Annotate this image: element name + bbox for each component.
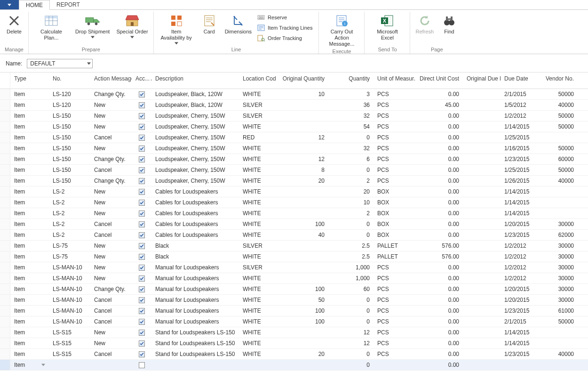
cell-uom[interactable]: PALLET [373,241,416,251]
row-gutter[interactable] [0,360,10,370]
row-gutter[interactable] [0,197,10,208]
cell-vendor-no[interactable] [539,197,578,208]
drop-shipment-button[interactable]: Drop Shipment [73,12,112,40]
cell-original-qty[interactable] [276,111,328,121]
cell-accept[interactable] [132,230,151,240]
cell-uom[interactable]: PCS [373,349,416,359]
cell-vendor-no[interactable]: 40000 [539,349,578,359]
cell-description[interactable]: Manual for Loudspeakers [151,262,239,273]
row-gutter[interactable] [0,100,10,110]
cell-no[interactable]: LS-MAN-10 [49,316,90,327]
cell-quantity[interactable]: 12 [328,338,373,348]
cell-original-due-date[interactable] [463,132,501,143]
row-gutter[interactable] [0,349,10,359]
cell-original-qty[interactable]: 8 [276,165,328,175]
checkbox[interactable] [139,210,145,217]
cell-description[interactable]: Stand for Loudspeakers LS-150 [151,327,239,338]
row-gutter[interactable] [0,284,10,294]
cell-original-due-date[interactable] [463,176,501,186]
cell-quantity[interactable]: 0 [328,349,373,359]
cell-uom[interactable]: BOX [373,186,416,197]
cell-accept[interactable] [132,316,151,327]
cell-quantity[interactable]: 60 [328,284,373,294]
cell-odate[interactable] [463,360,501,370]
row-gutter[interactable] [0,251,10,262]
cell-action-message[interactable]: New [90,186,132,197]
col-original-quantity[interactable]: Original Quantity [276,73,328,89]
checkbox[interactable] [139,189,145,195]
cell-accept[interactable] [132,132,151,143]
row-gutter[interactable] [0,165,10,175]
cell-cost[interactable]: 576.00 [416,241,463,251]
table-row[interactable]: ItemLS-2CancelCables for LoudspeakersWHI… [0,219,588,230]
cell-no[interactable]: LS-150 [49,132,90,143]
cell-original-due-date[interactable] [463,262,501,273]
cell-original-qty[interactable] [276,186,328,197]
cell-vendor-no[interactable] [539,208,578,218]
row-gutter[interactable] [0,295,10,305]
checkbox[interactable] [139,124,145,130]
cell-uom[interactable]: PCS [373,273,416,283]
cell-type[interactable]: Item [10,132,49,143]
checkbox[interactable] [139,265,145,271]
checkbox[interactable] [139,330,145,336]
table-row[interactable]: ItemLS-150Change Qty.Loudspeaker, Cherry… [0,176,588,186]
checkbox[interactable] [139,135,145,141]
row-gutter[interactable] [0,306,10,316]
cell-accept[interactable] [132,241,151,251]
cell-no[interactable]: LS-MAN-10 [49,295,90,305]
cell-due-date[interactable]: 1/20/2015 [501,219,539,229]
cell-uom[interactable]: PCS [373,89,416,99]
cell-vendor-no[interactable]: 30000 [539,251,578,262]
cell-due-date[interactable]: 2/1/2015 [501,316,539,327]
row-gutter[interactable] [0,316,10,327]
cell-cost[interactable]: 0.00 [416,273,463,283]
cell-description[interactable]: Loudspeaker, Cherry, 150W [151,143,239,154]
name-select[interactable]: DEFAULT [27,59,93,68]
cell-uom[interactable]: PALLET [373,251,416,262]
cell-oqty[interactable] [276,360,328,370]
table-row[interactable]: ItemLS-120NewLoudspeaker, Black, 120WSIL… [0,100,588,111]
col-type[interactable]: Type [10,73,49,89]
cell-vendor-no[interactable]: 50000 [539,143,578,154]
row-gutter[interactable] [0,327,10,338]
cell-cost[interactable]: 0.00 [416,284,463,294]
col-no[interactable]: No. [49,73,90,89]
cell-description[interactable]: Cables for Loudspeakers [151,197,239,208]
cell-original-qty[interactable] [276,121,328,132]
cell-location[interactable]: SILVER [239,111,276,121]
cell-original-due-date[interactable] [463,100,501,110]
cell-accept[interactable] [132,295,151,305]
cell-vendor-no[interactable] [539,327,578,338]
cell-location[interactable]: WHITE [239,295,276,305]
cell-description[interactable]: Loudspeaker, Black, 120W [151,89,239,99]
cell-action-message[interactable]: Cancel [90,219,132,229]
cell-due-date[interactable]: 1/23/2015 [501,230,539,240]
col-original-due-date[interactable]: Original Due Date [463,73,501,89]
cell-uom[interactable]: BOX [373,197,416,208]
cell-original-due-date[interactable] [463,121,501,132]
cell-quantity[interactable]: 1,000 [328,262,373,273]
cell-accept[interactable] [132,251,151,262]
col-due-date[interactable]: Due Date [501,73,539,89]
find-button[interactable]: Find [438,12,461,35]
cell-no[interactable]: LS-2 [49,186,90,197]
cell-uom[interactable]: PCS [373,284,416,294]
checkbox[interactable] [139,178,145,184]
checkbox[interactable] [139,113,145,119]
cell-quantity[interactable]: 0 [328,230,373,240]
cell-location[interactable]: SILVER [239,100,276,110]
cell-no[interactable]: LS-150 [49,121,90,132]
cell-accept[interactable] [132,143,151,154]
table-row[interactable]: ItemLS-S15NewStand for Loudspeakers LS-1… [0,327,588,338]
cell-accept[interactable] [132,197,151,208]
cell-no[interactable]: LS-2 [49,208,90,218]
cell-cost[interactable]: 45.00 [416,100,463,110]
cell-original-qty[interactable] [276,143,328,154]
checkbox[interactable] [139,91,145,97]
cell-accept[interactable] [132,165,151,175]
cell-due-date[interactable]: 1/14/2015 [501,197,539,208]
cell-action-message[interactable]: New [90,327,132,338]
cell-original-qty[interactable] [276,327,328,338]
row-gutter[interactable] [0,241,10,251]
